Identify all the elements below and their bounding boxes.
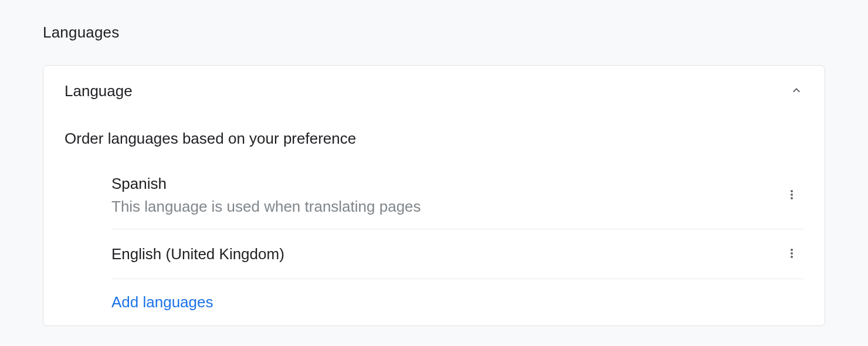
card-header-title: Language: [65, 82, 133, 100]
more-options-button[interactable]: [780, 242, 803, 266]
language-card-header[interactable]: Language: [43, 66, 825, 112]
more-vertical-icon: [785, 246, 799, 262]
list-item: English (United Kingdom): [111, 229, 803, 279]
card-subtitle: Order languages based on your preference: [43, 112, 825, 162]
language-list: Spanish This language is used when trans…: [43, 162, 825, 325]
more-vertical-icon: [785, 188, 799, 203]
add-languages-button[interactable]: Add languages: [111, 279, 803, 325]
chevron-up-icon: [789, 83, 803, 100]
language-card: Language Order languages based on your p…: [43, 65, 825, 326]
language-name: English (United Kingdom): [111, 245, 284, 263]
language-name: Spanish: [111, 175, 421, 193]
list-item: Spanish This language is used when trans…: [111, 162, 803, 229]
language-description: This language is used when translating p…: [111, 198, 421, 216]
more-options-button[interactable]: [780, 184, 803, 207]
section-title: Languages: [43, 23, 825, 42]
